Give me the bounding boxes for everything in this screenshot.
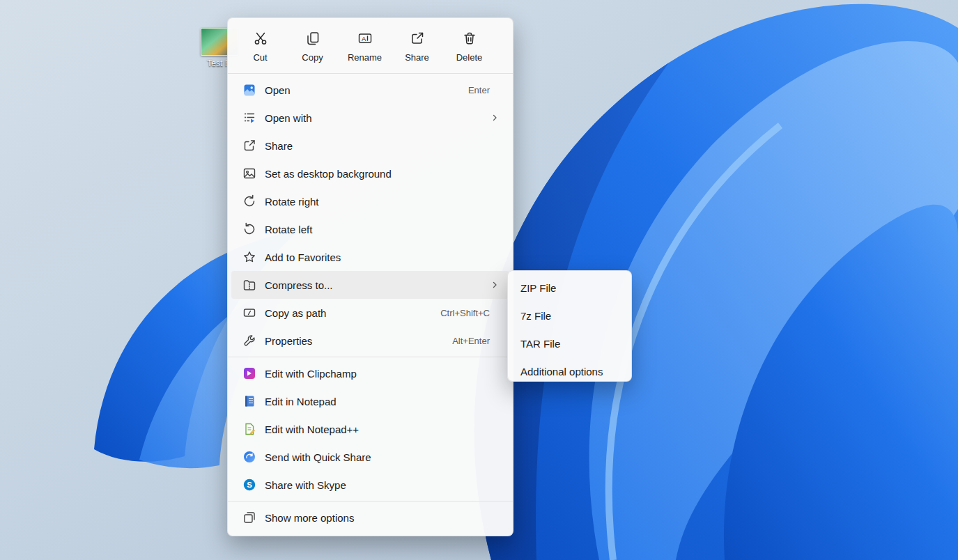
show-more-icon [242, 511, 256, 524]
menu-item-set-desktop-background[interactable]: Set as desktop background [231, 160, 509, 187]
copy-icon [305, 31, 320, 48]
menu-item-open-with[interactable]: Open with [231, 104, 509, 132]
menu-item-edit-in-notepad[interactable]: Edit in Notepad [231, 387, 509, 415]
notepad-icon [242, 394, 256, 408]
picture-icon [242, 166, 256, 180]
menu-item-rotate-right[interactable]: Rotate right [231, 187, 509, 215]
skype-icon: S [242, 478, 256, 492]
desktop: Test Fi Cut Copy A Rename [0, 0, 958, 560]
delete-label: Delete [456, 52, 483, 63]
submenu-item-7z-file[interactable]: 7z File [511, 302, 628, 329]
menu-item-label: Send with Quick Share [265, 451, 371, 463]
share-button[interactable]: Share [394, 25, 440, 68]
menu-item-rotate-left[interactable]: Rotate left [231, 215, 509, 243]
menu-separator [228, 73, 513, 74]
context-menu-command-bar: Cut Copy A Rename Share [231, 21, 509, 71]
menu-item-label: Edit with Clipchamp [265, 368, 357, 380]
menu-item-edit-with-notepadpp[interactable]: Edit with Notepad++ [231, 415, 509, 443]
copy-label: Copy [302, 52, 323, 63]
cut-button[interactable]: Cut [237, 25, 284, 68]
menu-item-edit-with-clipchamp[interactable]: Edit with Clipchamp [231, 359, 509, 387]
submenu-item-zip-file[interactable]: ZIP File [511, 274, 628, 302]
menu-separator [228, 501, 513, 501]
rotate-right-icon [242, 194, 256, 208]
menu-item-label: Copy as path [265, 307, 326, 319]
shortcut-label: Ctrl+Shift+C [440, 308, 501, 318]
submenu-item-label: Additional options [520, 366, 603, 378]
rotate-left-icon [242, 222, 256, 236]
menu-item-send-with-quick-share[interactable]: Send with Quick Share [231, 443, 509, 471]
star-icon [242, 250, 256, 264]
menu-item-properties[interactable]: Properties Alt+Enter [231, 327, 509, 355]
rename-icon: A [357, 31, 373, 48]
menu-item-label: Add to Favorites [265, 251, 341, 263]
submenu-item-label: TAR File [520, 338, 560, 350]
menu-item-label: Open with [265, 112, 312, 124]
cut-label: Cut [253, 52, 267, 63]
menu-item-label: Share with Skype [265, 479, 346, 491]
menu-item-compress-to[interactable]: Compress to... [231, 271, 509, 299]
share-label: Share [405, 52, 429, 63]
compress-to-submenu: ZIP File 7z File TAR File Additional opt… [507, 270, 632, 382]
cut-icon [253, 31, 268, 48]
menu-item-copy-as-path[interactable]: Copy as path Ctrl+Shift+C [231, 299, 509, 327]
menu-item-share[interactable]: Share [231, 132, 509, 160]
chevron-right-icon [490, 113, 500, 123]
shortcut-label: Alt+Enter [452, 336, 501, 346]
svg-text:S: S [247, 481, 252, 489]
menu-item-label: Properties [265, 335, 312, 347]
submenu-item-tar-file[interactable]: TAR File [511, 329, 628, 357]
trash-icon [462, 31, 477, 48]
zip-folder-icon [242, 278, 256, 292]
clipchamp-icon [242, 366, 256, 380]
menu-item-label: Show more options [265, 512, 354, 524]
context-menu: Cut Copy A Rename Share [227, 17, 513, 536]
menu-item-show-more-options[interactable]: Show more options [231, 504, 509, 531]
menu-item-label: Open [265, 84, 291, 96]
menu-item-label: Share [265, 140, 293, 152]
menu-separator [228, 357, 513, 357]
submenu-item-additional-options[interactable]: Additional options [511, 357, 628, 385]
menu-item-share-with-skype[interactable]: S Share with Skype [231, 471, 509, 499]
menu-item-label: Edit in Notepad [265, 396, 337, 407]
svg-text:A: A [362, 35, 366, 42]
menu-item-label: Set as desktop background [265, 168, 392, 180]
copy-path-icon [242, 306, 256, 320]
open-with-icon [242, 111, 256, 125]
copy-button[interactable]: Copy [289, 25, 336, 68]
chevron-right-icon [490, 280, 500, 290]
menu-item-label: Rotate right [265, 196, 319, 208]
rename-label: Rename [348, 52, 382, 63]
menu-item-label: Rotate left [265, 224, 312, 235]
menu-item-label: Compress to... [265, 279, 333, 291]
quick-share-icon [242, 450, 256, 464]
menu-item-open[interactable]: Open Enter [231, 76, 509, 104]
share-icon [410, 31, 425, 48]
submenu-item-label: ZIP File [520, 282, 556, 294]
shortcut-label: Enter [468, 85, 501, 95]
wrench-icon [242, 334, 256, 348]
menu-item-label: Edit with Notepad++ [265, 423, 359, 435]
rename-button[interactable]: A Rename [341, 25, 388, 68]
share-icon [242, 139, 256, 153]
notepad-plus-plus-icon [242, 422, 256, 436]
submenu-item-label: 7z File [520, 310, 551, 322]
photos-icon [242, 83, 256, 97]
delete-button[interactable]: Delete [446, 25, 493, 68]
menu-item-add-to-favorites[interactable]: Add to Favorites [231, 243, 509, 271]
